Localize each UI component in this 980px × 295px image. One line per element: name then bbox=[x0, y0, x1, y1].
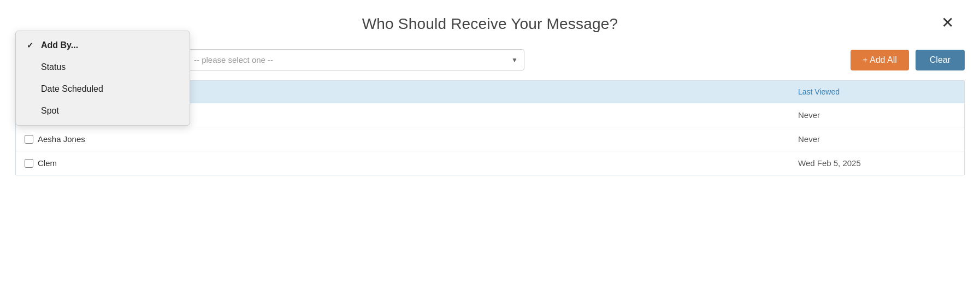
add-by-dropdown-menu: ✓ Add By... Status Date Scheduled Spot bbox=[15, 31, 190, 126]
row-checkbox-clem[interactable] bbox=[25, 159, 33, 168]
last-viewed-cell: Wed Feb 5, 2025 bbox=[789, 151, 964, 175]
modal-container: Who Should Receive Your Message? ✕ Add B… bbox=[0, 0, 980, 295]
close-button[interactable]: ✕ bbox=[937, 13, 958, 33]
last-viewed-column-header: Last Viewed bbox=[789, 81, 964, 103]
last-viewed-cell: Never bbox=[789, 127, 964, 151]
row-name: Clem bbox=[38, 158, 57, 168]
dropdown-menu-item-status[interactable]: Status bbox=[16, 56, 190, 78]
second-dropdown-wrapper: -- please select one -- ▼ bbox=[186, 49, 524, 70]
table-row: Clem Wed Feb 5, 2025 bbox=[16, 151, 964, 175]
dropdown-menu-item-add-by[interactable]: ✓ Add By... bbox=[16, 34, 190, 56]
row-checkbox-aesha[interactable] bbox=[25, 135, 33, 144]
dropdown-menu-item-date-scheduled[interactable]: Date Scheduled bbox=[16, 78, 190, 100]
table-row: Aesha Jones Never bbox=[16, 127, 964, 151]
checkmark-icon: ✓ bbox=[27, 41, 37, 50]
name-cell: Aesha Jones bbox=[16, 127, 789, 151]
name-cell: Clem bbox=[16, 151, 789, 175]
clear-button[interactable]: Clear bbox=[916, 50, 965, 70]
add-all-button[interactable]: + Add All bbox=[851, 50, 909, 70]
dropdown-menu-item-spot[interactable]: Spot bbox=[16, 100, 190, 122]
second-select[interactable]: -- please select one -- bbox=[186, 49, 524, 70]
last-viewed-cell: Never bbox=[789, 103, 964, 127]
row-name: Aesha Jones bbox=[38, 134, 85, 144]
modal-title: Who Should Receive Your Message? bbox=[362, 15, 618, 33]
